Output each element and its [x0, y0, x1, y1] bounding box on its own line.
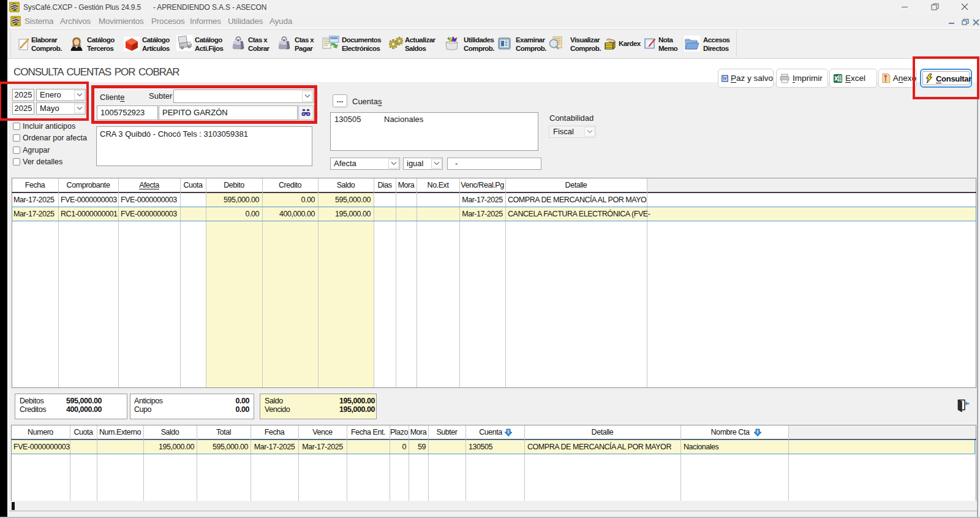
svg-text:W: W [722, 75, 728, 82]
